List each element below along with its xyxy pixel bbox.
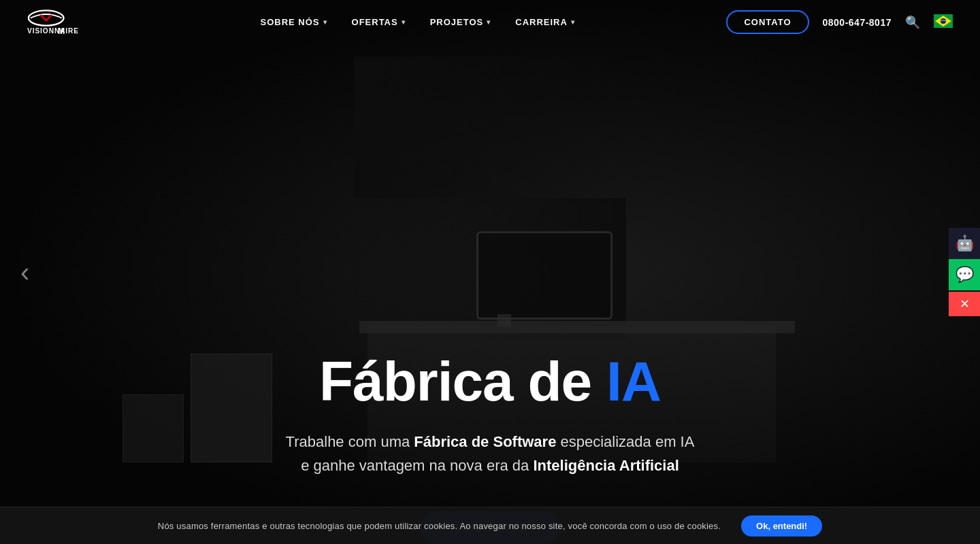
ai-icon: 🤖 (956, 235, 974, 252)
nav-item-projetos[interactable]: PROJETOS ▾ (430, 17, 491, 27)
subtitle-part2: especializada em IA (556, 433, 694, 450)
navbar: VISIONN AIRE M SOBRE NÓS ▾ OFERTAS ▾ (0, 0, 980, 44)
subtitle-bold1: Fábrica de Software (414, 433, 556, 450)
nav-link-carreira[interactable]: CARREIRA ▾ (515, 17, 575, 27)
phone-number: 0800-647-8017 (823, 17, 892, 28)
nav-link-ofertas[interactable]: OFERTAS ▾ (352, 17, 406, 27)
subtitle-part1: Trabalhe com uma (286, 433, 414, 450)
nav-links: SOBRE NÓS ▾ OFERTAS ▾ PROJETOS ▾ CARREIR… (261, 17, 575, 27)
room-wall-left (354, 56, 626, 198)
chevron-left-icon: ‹ (20, 257, 29, 287)
contato-button[interactable]: CONTATO (726, 10, 808, 34)
chevron-down-icon: ▾ (402, 18, 406, 26)
hero-section: VISIONN AIRE M SOBRE NÓS ▾ OFERTAS ▾ (0, 0, 980, 544)
cookie-banner: Nós usamos ferramentas e outras tecnolog… (0, 507, 980, 544)
widget-close-button[interactable]: ✕ (949, 292, 980, 316)
nav-item-sobre-nos[interactable]: SOBRE NÓS ▾ (261, 17, 327, 27)
hero-subtitle: Trabalhe com uma Fábrica de Software esp… (286, 430, 695, 477)
svg-point-6 (941, 18, 946, 24)
nav-label-ofertas: OFERTAS (352, 17, 398, 27)
chevron-down-icon: ▾ (323, 18, 327, 26)
language-flag[interactable] (934, 14, 953, 31)
chevron-down-icon: ▾ (571, 18, 575, 26)
nav-item-carreira[interactable]: CARREIRA ▾ (515, 17, 575, 27)
nav-item-ofertas[interactable]: OFERTAS ▾ (352, 17, 406, 27)
room-box-small (122, 394, 184, 462)
wechat-icon: 💬 (956, 266, 974, 284)
nav-right: CONTATO 0800-647-8017 🔍 (726, 10, 953, 34)
nav-link-sobre-nos[interactable]: SOBRE NÓS ▾ (261, 17, 327, 27)
carousel-prev-button[interactable]: ‹ (14, 250, 36, 294)
room-table-top (359, 321, 795, 333)
logo-svg: VISIONN AIRE M (27, 6, 109, 39)
ai-chat-widget-button[interactable]: 🤖 (949, 228, 980, 259)
nav-label-projetos: PROJETOS (430, 17, 484, 27)
hero-title-part1: Fábrica de (319, 350, 606, 412)
room-monitor (476, 231, 612, 320)
brazil-flag-icon (934, 14, 953, 28)
hero-title: Fábrica de IA (286, 354, 695, 409)
search-button[interactable]: 🔍 (905, 15, 920, 30)
logo[interactable]: VISIONN AIRE M (27, 6, 109, 39)
nav-label-sobre-nos: SOBRE NÓS (261, 17, 320, 27)
hero-title-accent: IA (606, 350, 661, 412)
close-icon: ✕ (960, 296, 970, 311)
search-icon: 🔍 (905, 16, 920, 29)
svg-point-0 (29, 10, 64, 25)
nav-label-carreira: CARREIRA (515, 17, 568, 27)
svg-text:M: M (58, 26, 65, 35)
room-monitor-stand (497, 314, 511, 326)
chevron-down-icon: ▾ (487, 18, 491, 26)
nav-link-projetos[interactable]: PROJETOS ▾ (430, 17, 491, 27)
cookie-message: Nós usamos ferramentas e outras tecnolog… (158, 521, 721, 531)
subtitle-part3: e ganhe vantagem na nova era da (301, 457, 533, 474)
svg-text:VISIONN: VISIONN (27, 27, 60, 34)
wechat-widget-button[interactable]: 💬 (949, 259, 980, 290)
subtitle-bold2: Inteligência Artificial (533, 457, 679, 474)
cookie-accept-button[interactable]: Ok, entendi! (741, 515, 822, 537)
side-widgets: 🤖 💬 ✕ (949, 228, 980, 316)
